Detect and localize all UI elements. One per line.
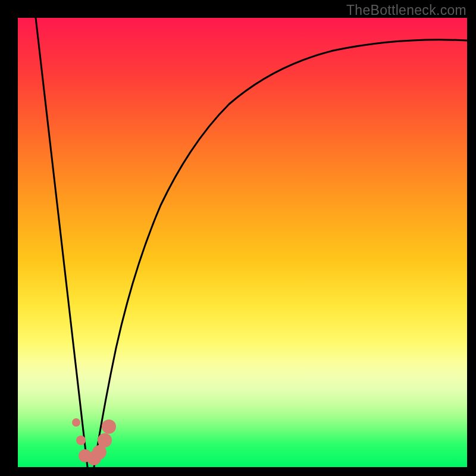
marker-dot <box>76 436 86 445</box>
chart-frame: TheBottleneck.com <box>0 0 476 476</box>
marker-cluster <box>72 418 116 465</box>
line-left <box>36 18 87 467</box>
plot-area <box>18 18 467 467</box>
marker-dot <box>72 418 80 427</box>
marker-dot <box>98 433 112 447</box>
watermark-text: TheBottleneck.com <box>346 2 466 18</box>
line-right <box>94 40 467 467</box>
marker-dot <box>102 419 116 434</box>
chart-svg <box>18 18 467 467</box>
